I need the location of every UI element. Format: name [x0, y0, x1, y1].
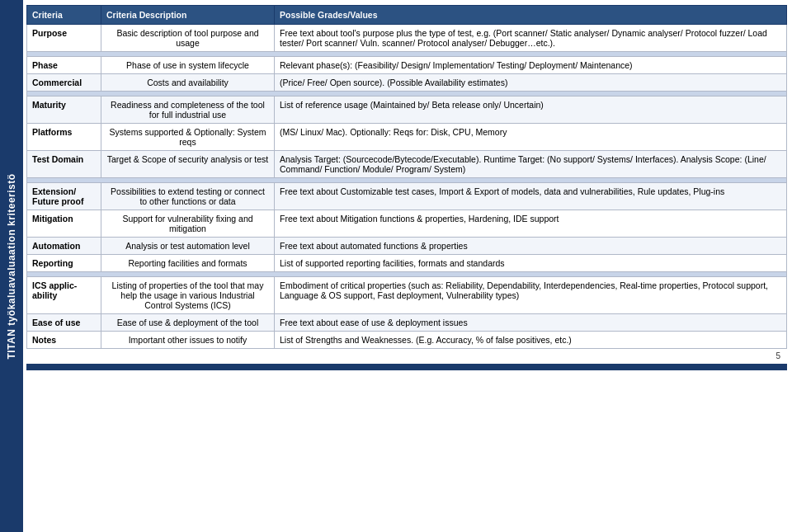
table-row: MaturityReadiness and completeness of th… — [27, 97, 787, 124]
grades-cell: Free text about ease of use & deployment… — [275, 314, 787, 332]
grades-cell: Free text about tool's purpose plus the … — [275, 25, 787, 52]
table-header-row: Criteria Criteria Description Possible G… — [27, 6, 787, 25]
grades-cell: (MS/ Linux/ Mac). Optionally: Reqs for: … — [275, 124, 787, 151]
table-row: ReportingReporting facilities and format… — [27, 255, 787, 272]
criteria-cell: Platforms — [27, 124, 101, 151]
criteria-cell: Automation — [27, 238, 101, 255]
table-row: Test DomainTarget & Scope of security an… — [27, 151, 787, 178]
criteria-cell: Ease of use — [27, 314, 101, 332]
grades-cell: List of Strengths and Weaknesses. (E.g. … — [275, 332, 787, 349]
description-cell: Readiness and completeness of the tool f… — [101, 97, 275, 124]
criteria-cell: Mitigation — [27, 210, 101, 238]
table-row: PlatformsSystems supported & Optionally:… — [27, 124, 787, 151]
grades-cell: Free text about Customizable test cases,… — [275, 183, 787, 210]
table-row: PurposeBasic description of tool purpose… — [27, 25, 787, 52]
grades-cell: Free text about Mitigation functions & p… — [275, 210, 787, 238]
description-cell: Important other issues to notify — [101, 332, 275, 349]
main-content: Criteria Criteria Description Possible G… — [23, 0, 792, 532]
description-cell: Basic description of tool purpose and us… — [101, 25, 275, 52]
grades-cell: List of reference usage (Maintained by/ … — [275, 97, 787, 124]
criteria-cell: Phase — [27, 57, 101, 74]
page-number: 5 — [26, 349, 787, 362]
table-row: MitigationSupport for vulnerability fixi… — [27, 210, 787, 238]
grades-cell: Embodiment of critical properties (such … — [275, 277, 787, 314]
description-cell: Possibilities to extend testing or conne… — [101, 183, 275, 210]
criteria-cell: Reporting — [27, 255, 101, 272]
description-cell: Reporting facilities and formats — [101, 255, 275, 272]
table-row: CommercialCosts and availability(Price/ … — [27, 74, 787, 92]
criteria-cell: Extension/ Future proof — [27, 183, 101, 210]
description-cell: Listing of properties of the tool that m… — [101, 277, 275, 314]
sidebar: TITAN työkaluavaluaation kriteeristö — [0, 0, 23, 532]
criteria-cell: Notes — [27, 332, 101, 349]
description-cell: Analysis or test automation level — [101, 238, 275, 255]
criteria-table: Criteria Criteria Description Possible G… — [26, 5, 787, 349]
grades-cell: (Price/ Free/ Open source). (Possible Av… — [275, 74, 787, 92]
header-grades: Possible Grades/Values — [275, 6, 787, 25]
grades-cell: Analysis Target: (Sourcecode/Bytecode/Ex… — [275, 151, 787, 178]
criteria-cell: Commercial — [27, 74, 101, 92]
criteria-cell: ICS applic-ability — [27, 277, 101, 314]
grades-cell: List of supported reporting facilities, … — [275, 255, 787, 272]
table-row: NotesImportant other issues to notifyLis… — [27, 332, 787, 349]
table-row: Ease of useEase of use & deployment of t… — [27, 314, 787, 332]
description-cell: Systems supported & Optionally: System r… — [101, 124, 275, 151]
criteria-cell: Test Domain — [27, 151, 101, 178]
criteria-cell: Maturity — [27, 97, 101, 124]
table-row: AutomationAnalysis or test automation le… — [27, 238, 787, 255]
table-row: ICS applic-abilityListing of properties … — [27, 277, 787, 314]
description-cell: Target & Scope of security analysis or t… — [101, 151, 275, 178]
criteria-cell: Purpose — [27, 25, 101, 52]
header-criteria: Criteria — [27, 6, 101, 25]
bottom-bar — [26, 364, 787, 370]
description-cell: Ease of use & deployment of the tool — [101, 314, 275, 332]
table-row: PhasePhase of use in system lifecycleRel… — [27, 57, 787, 74]
table-row: Extension/ Future proofPossibilities to … — [27, 183, 787, 210]
description-cell: Costs and availability — [101, 74, 275, 92]
description-cell: Support for vulnerability fixing and mit… — [101, 210, 275, 238]
grades-cell: Relevant phase(s): (Feasibility/ Design/… — [275, 57, 787, 74]
grades-cell: Free text about automated functions & pr… — [275, 238, 787, 255]
sidebar-label: TITAN työkaluavaluaation kriteeristö — [6, 173, 17, 359]
description-cell: Phase of use in system lifecycle — [101, 57, 275, 74]
header-description: Criteria Description — [101, 6, 275, 25]
